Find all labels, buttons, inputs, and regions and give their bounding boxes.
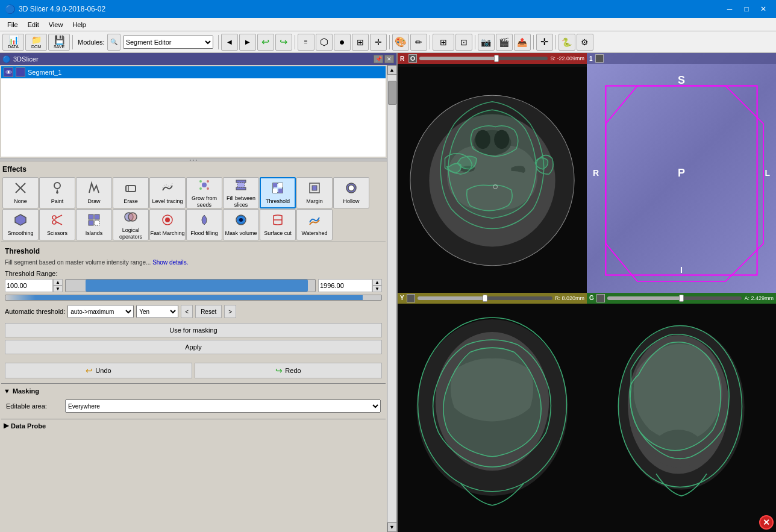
undo-button[interactable]: ↩ Undo <box>5 363 192 378</box>
tool-none[interactable]: None <box>2 177 39 208</box>
max-spin-down[interactable]: ▼ <box>372 286 382 292</box>
svg-point-8 <box>199 187 202 190</box>
gt-button[interactable]: > <box>224 305 236 318</box>
coronal-viewport[interactable]: Y R: 8.020mm <box>398 293 587 533</box>
toolbar-3d-btn[interactable]: ⬡ <box>316 34 333 51</box>
tool-margin[interactable]: Margin <box>296 177 333 208</box>
tool-smoothing[interactable]: Smoothing <box>2 209 39 240</box>
toolbar-layout-btn[interactable]: ⊞ <box>433 34 454 51</box>
tool-paint[interactable]: Paint <box>39 177 75 208</box>
tool-fast-marching[interactable]: Fast Marching <box>149 209 186 240</box>
show-details-link[interactable]: Show details. <box>152 259 188 266</box>
axial-slider[interactable] <box>419 57 548 60</box>
data-probe-header[interactable]: ▶ Data Probe <box>1 421 48 431</box>
viewport-close-button[interactable]: ✕ <box>759 515 774 530</box>
toolbar-sphere-btn[interactable]: ● <box>334 34 351 51</box>
toolbar-data-btn[interactable]: 📊 DATA <box>2 34 24 51</box>
segment-row-1[interactable]: 👁 Segment_1 <box>1 66 386 78</box>
apply-button[interactable]: Apply <box>5 340 382 354</box>
tool-flood-filling[interactable]: Flood filling <box>186 209 222 240</box>
tool-hollow[interactable]: Hollow <box>333 177 369 208</box>
sagittal-slider[interactable] <box>607 296 742 300</box>
tool-erase[interactable]: Erase <box>113 177 149 208</box>
redo-button[interactable]: ↪ Redo <box>195 363 382 378</box>
toolbar-fwd-green[interactable]: ↪ <box>275 34 292 51</box>
toolbar-ext-btn[interactable]: 📤 <box>514 34 531 51</box>
sagittal-link-icon[interactable] <box>596 294 605 302</box>
menu-help[interactable]: Help <box>67 20 91 30</box>
coronal-slider-thumb[interactable] <box>483 295 487 302</box>
tool-fill-between-slices[interactable]: Fill between slices <box>223 177 259 208</box>
modules-dropdown[interactable]: Segment Editor <box>123 36 213 49</box>
tool-watershed[interactable]: Watershed <box>296 209 333 240</box>
tool-grow-from-seeds[interactable]: Grow from seeds <box>186 177 222 208</box>
min-spinner: ▲ ▼ <box>53 279 63 292</box>
minimize-button[interactable]: ─ <box>722 3 737 15</box>
reset-button[interactable]: Reset <box>195 305 222 318</box>
editable-area-dropdown[interactable]: Everywhere Inside all segments Outside a… <box>65 399 381 413</box>
masking-header[interactable]: ▼ Masking <box>4 386 383 396</box>
toolbar-slicer-btn[interactable]: ⚙ <box>577 34 593 51</box>
lt-button[interactable]: < <box>181 305 193 318</box>
toolbar-pen-btn[interactable]: ✏ <box>410 34 427 51</box>
toolbar-cross-btn[interactable]: ✛ <box>370 34 387 51</box>
toolbar-arrow-fwd[interactable]: ▶ <box>239 34 256 51</box>
toolbar-color-btn[interactable]: 🎨 <box>392 34 409 51</box>
toolbar-list-btn[interactable]: ≡ <box>298 34 314 51</box>
menu-file[interactable]: File <box>2 20 23 30</box>
toolbar-grid-btn[interactable]: ⊞ <box>352 34 369 51</box>
threshold-panel: Threshold Fill segment based on master v… <box>1 242 386 358</box>
toolbar-scene-btn[interactable]: 🎬 <box>496 34 513 51</box>
modules-search-btn[interactable]: 🔍 <box>107 34 120 51</box>
toolbar-view-btn[interactable]: ⊡ <box>455 34 472 51</box>
tool-mask-volume[interactable]: Mask volume <box>223 209 259 240</box>
coronal-ct-svg <box>398 304 587 533</box>
toolbar-crosshair-btn[interactable]: ✛ <box>536 34 553 51</box>
auto-method-dropdown[interactable]: auto->maximum auto->minimum Otsu <box>67 305 134 318</box>
menu-edit[interactable]: Edit <box>23 20 44 30</box>
scrollbar-up-button[interactable]: ▲ <box>387 65 397 75</box>
close-button[interactable]: ✕ <box>756 3 771 15</box>
menu-view[interactable]: View <box>44 20 68 30</box>
toolbar-python-btn[interactable]: 🐍 <box>559 34 575 51</box>
toolbar-dcm-btn[interactable]: 📁 DCM <box>25 34 47 51</box>
threed-settings-icon[interactable] <box>595 54 604 63</box>
tool-islands[interactable]: Islands <box>76 209 112 240</box>
toolbar-back-green[interactable]: ↩ <box>257 34 274 51</box>
toolbar-capture-btn[interactable]: 📷 <box>478 34 495 51</box>
segment-color-swatch[interactable] <box>16 67 25 77</box>
axial-link-icon[interactable] <box>408 54 417 63</box>
tool-draw[interactable]: Draw <box>76 177 112 208</box>
scrollbar-track[interactable] <box>387 75 397 522</box>
threshold-min-value[interactable] <box>5 279 53 292</box>
axial-slider-thumb[interactable] <box>494 55 499 62</box>
method2-dropdown[interactable]: Yen Otsu Triangle <box>136 305 178 318</box>
threshold-max-value[interactable] <box>318 279 372 292</box>
toolbar-arrow-back[interactable]: ◀ <box>221 34 238 51</box>
segment-area: 👁 Segment_1 <box>1 66 386 157</box>
data-probe-section: ▶ Data Probe <box>1 419 386 432</box>
axial-viewport[interactable]: R S: -22.009mm <box>398 53 587 293</box>
toolbar-save-btn[interactable]: 💾 SAVE <box>48 34 70 51</box>
sagittal-slider-thumb[interactable] <box>679 295 684 302</box>
maximize-button[interactable]: □ <box>739 3 754 15</box>
panel-close-btn[interactable]: ✕ <box>384 55 394 63</box>
tool-threshold[interactable]: Threshold <box>260 177 296 208</box>
threed-viewport[interactable]: 1 S R L P I <box>587 53 776 293</box>
tool-scissors[interactable]: Scissors <box>39 209 75 240</box>
use-for-masking-button[interactable]: Use for masking <box>5 323 382 337</box>
tool-level-tracing[interactable]: Level tracing <box>149 177 186 208</box>
max-spin-up[interactable]: ▲ <box>372 279 382 286</box>
coronal-link-icon[interactable] <box>407 294 415 302</box>
scrollbar-thumb[interactable] <box>388 81 396 105</box>
tool-surface-cut[interactable]: Surface cut <box>260 209 296 240</box>
scrollbar-down-button[interactable]: ▼ <box>387 522 397 532</box>
min-spin-down[interactable]: ▼ <box>53 286 63 292</box>
tool-logical-operators[interactable]: Logical operators <box>113 209 149 240</box>
min-spin-up[interactable]: ▲ <box>53 279 63 286</box>
panel-pin-btn[interactable]: 📌 <box>374 55 383 63</box>
sagittal-viewport[interactable]: G A: 2.429mm ✕ <box>587 293 776 533</box>
coronal-slider[interactable] <box>418 296 552 300</box>
threshold-slider-track[interactable] <box>65 279 316 292</box>
segment-visibility-toggle[interactable]: 👁 <box>4 67 13 77</box>
